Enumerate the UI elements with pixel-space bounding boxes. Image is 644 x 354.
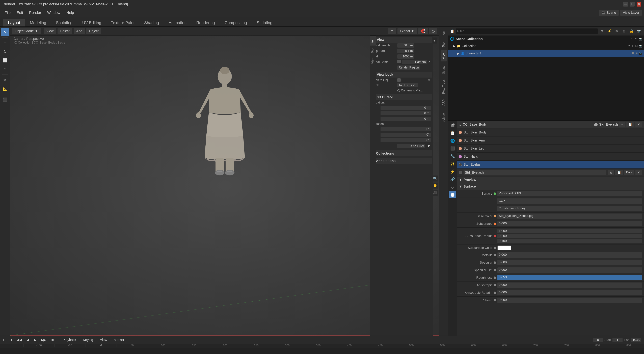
props-tab-constraints[interactable]: 🔗: [449, 176, 456, 183]
euler-value[interactable]: XYZ Euler: [397, 144, 425, 148]
to-3d-cursor-btn[interactable]: To 3D Cursor: [397, 83, 418, 87]
tab-shading[interactable]: Shading: [140, 19, 164, 26]
sidetab-item[interactable]: Item: [440, 28, 447, 39]
outliner-collection-row[interactable]: ▶ 📁 Collection 👁 ⊡ ☑ 📷: [448, 42, 644, 50]
sidetab-view[interactable]: View: [440, 50, 447, 61]
keying-menu[interactable]: Keying: [80, 337, 96, 343]
sidetab-arp[interactable]: ARP: [440, 97, 447, 108]
collection-exclude-btn[interactable]: ☑: [635, 44, 638, 47]
menu-window[interactable]: Window: [44, 9, 63, 16]
cursor-rz-value[interactable]: 0°: [380, 138, 431, 142]
outliner-render-btn[interactable]: 📷: [636, 28, 642, 34]
char-render-btn[interactable]: 📷: [639, 52, 642, 55]
cursor-rx-value[interactable]: 0°: [380, 127, 431, 131]
sidetab-polygoni[interactable]: polygoni: [440, 109, 447, 124]
tool-scale[interactable]: ⬜: [1, 56, 9, 64]
npanel-viewlock-header[interactable]: ▼ View Lock: [371, 72, 432, 78]
global-dropdown[interactable]: Global ▼: [398, 28, 417, 34]
close-button[interactable]: ✕: [636, 2, 641, 6]
proportional-btn[interactable]: ◎: [429, 28, 438, 34]
tool-rotate[interactable]: ↻: [1, 48, 9, 56]
tab-animation[interactable]: Animation: [164, 19, 191, 26]
specular-tint-value[interactable]: 0.000: [498, 267, 642, 273]
add-menu[interactable]: Add: [74, 28, 85, 34]
mat-delete-btn[interactable]: ✕: [636, 122, 642, 127]
collection-sel-btn[interactable]: ⊡: [632, 44, 634, 47]
view-menu[interactable]: View: [44, 28, 56, 34]
mat-item-skin-body[interactable]: Std_Skin_Body: [457, 128, 644, 137]
play-fast-fwd-btn[interactable]: ▶▶: [39, 337, 48, 343]
outliner-render-vis-icon[interactable]: 📷: [639, 37, 642, 40]
props-tab-world[interactable]: 🌐: [449, 137, 456, 144]
menu-file[interactable]: File: [2, 9, 13, 16]
mat-item-eyelash[interactable]: Std_Eyelash: [457, 161, 644, 169]
base-color-value[interactable]: Std_Eyelash_Diffuse.jpg: [498, 213, 642, 219]
npanel-annotations-header[interactable]: ▶ Annotations: [371, 158, 432, 164]
mat-icon-btn-2[interactable]: 📋: [615, 170, 623, 175]
tab-texture-paint[interactable]: Texture Paint: [106, 19, 139, 26]
maximize-button[interactable]: □: [630, 2, 634, 6]
tab-layout[interactable]: Layout: [3, 19, 25, 26]
npanel-view-header[interactable]: ▼ View: [371, 37, 432, 43]
outliner-visibility-icon[interactable]: 👁: [634, 37, 637, 40]
anisotropic-value[interactable]: 0.000: [498, 283, 642, 288]
roughness-value[interactable]: 0.859: [498, 275, 642, 280]
char-sel-btn[interactable]: ⊡: [636, 52, 638, 55]
snap-btn[interactable]: 🧲: [418, 28, 428, 34]
sidetab-real-trees[interactable]: Real Trees: [440, 77, 447, 96]
outliner-select-btn[interactable]: ⊡: [621, 28, 627, 34]
minimize-button[interactable]: —: [623, 2, 628, 6]
marker-menu[interactable]: Marker: [111, 337, 126, 343]
nside-tab-tool[interactable]: Tool: [370, 45, 376, 55]
tool-measure[interactable]: 📐: [1, 85, 9, 93]
mat-data-btn[interactable]: Data: [624, 170, 634, 175]
add-workspace-button[interactable]: +: [278, 19, 285, 26]
cursor-z-value[interactable]: 0 m: [380, 117, 431, 121]
local-camera-toggle[interactable]: [397, 60, 401, 63]
play-prev-btn[interactable]: ◀◀: [15, 337, 24, 343]
tab-rendering[interactable]: Rendering: [192, 19, 220, 26]
subsurface-r-value[interactable]: 1.000: [498, 229, 642, 233]
cb-value[interactable]: Christensen-Burley: [497, 206, 642, 211]
clip-end-value[interactable]: 1000 m: [397, 54, 414, 59]
outliner-filter-btn[interactable]: ▼: [599, 28, 605, 34]
surface-value[interactable]: Principled BSDF: [498, 191, 642, 196]
subsurface-value[interactable]: 0.000: [498, 221, 642, 226]
surface-header[interactable]: ▼ Surface: [457, 183, 644, 190]
props-tab-material[interactable]: ⬤: [449, 191, 456, 198]
npanel-collections-header[interactable]: ▶ Collections: [371, 150, 432, 156]
tab-scripting[interactable]: Scripting: [252, 19, 277, 26]
current-frame-display[interactable]: 0: [593, 338, 603, 342]
props-tab-scene[interactable]: 🎬: [449, 122, 456, 129]
tool-cursor[interactable]: ↖: [1, 28, 9, 36]
subsurface-g-value[interactable]: 0.200: [498, 234, 642, 238]
mat-item-skin-leg[interactable]: Std_Skin_Leg: [457, 145, 644, 153]
start-frame-value[interactable]: 1: [612, 338, 622, 342]
cursor-x-value[interactable]: 0 m: [380, 106, 431, 110]
end-frame-value[interactable]: 1045: [631, 338, 641, 342]
mat-close-btn[interactable]: ✕: [636, 170, 642, 175]
camera-to-view-checkbox[interactable]: [397, 89, 400, 92]
focal-length-value[interactable]: 50 mm: [397, 43, 414, 47]
props-tab-renderlayer[interactable]: 📋: [449, 130, 456, 137]
tool-transform[interactable]: ⊕: [1, 65, 9, 73]
clip-start-value[interactable]: 0.1 m: [397, 49, 414, 53]
play-fwd-btn[interactable]: ▶: [32, 337, 38, 343]
tab-sculpting[interactable]: Sculpting: [51, 19, 77, 26]
char-view-btn[interactable]: 👁: [632, 52, 634, 55]
mat-browse-btn[interactable]: +: [619, 122, 625, 127]
anisotropic-rotation-value[interactable]: 0.000: [498, 290, 642, 295]
lock-to-obj-toggle[interactable]: [397, 78, 401, 82]
mat-item-skin-arm[interactable]: Std_Skin_Arm: [457, 137, 644, 145]
cursor-ry-value[interactable]: 0°: [380, 133, 431, 137]
menu-render[interactable]: Render: [26, 9, 44, 16]
nside-tab-item[interactable]: Item: [370, 35, 376, 45]
object-mode-dropdown[interactable]: Object Mode ▼: [12, 28, 41, 34]
outliner-character-row[interactable]: ▶ 👤 character1 👁 ⊡ 📷: [448, 50, 644, 57]
menu-edit[interactable]: Edit: [14, 9, 26, 16]
camera-close-icon[interactable]: ✕: [428, 60, 431, 64]
props-tab-objectdata[interactable]: ◇: [449, 183, 456, 190]
timeline-track[interactable]: -100 -50 0 50 100 150 200 250 300 350 40…: [0, 344, 644, 354]
play-jump-end-btn[interactable]: ⏭: [49, 337, 56, 343]
specular-value[interactable]: 0.000: [498, 260, 642, 265]
